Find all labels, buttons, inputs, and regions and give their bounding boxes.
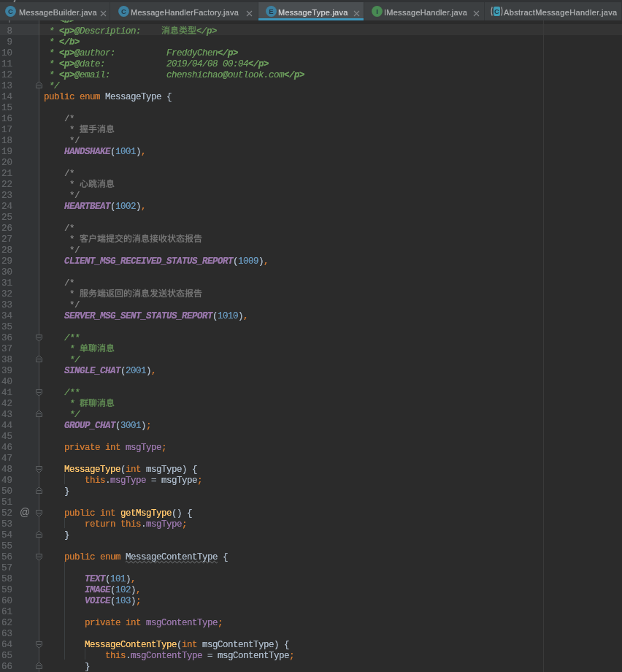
svg-text:C: C [121,7,126,15]
svg-text:C: C [494,7,499,15]
svg-text:C: C [8,7,13,15]
svg-text:E: E [269,7,273,15]
svg-text:I: I [376,7,378,15]
